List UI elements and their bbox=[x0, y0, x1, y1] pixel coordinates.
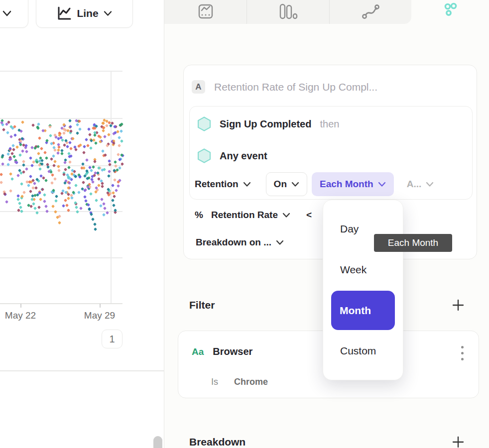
scatter-point bbox=[51, 173, 54, 176]
scatter-point bbox=[10, 177, 14, 180]
scatter-point bbox=[54, 199, 58, 203]
scatter-point bbox=[105, 211, 109, 215]
chevron-down-icon[interactable] bbox=[243, 182, 251, 187]
tab-flow-view[interactable] bbox=[329, 0, 411, 24]
breakdown-title: Breakdown bbox=[189, 436, 245, 448]
scatter-point bbox=[29, 175, 32, 178]
scatter-point bbox=[31, 123, 35, 127]
scatter-point bbox=[74, 175, 77, 178]
scatter-point bbox=[103, 207, 107, 210]
scatter-point bbox=[94, 190, 98, 194]
scatter-point bbox=[37, 206, 41, 209]
scatter-point bbox=[107, 133, 111, 136]
scatter-point bbox=[9, 157, 12, 161]
filter-operator[interactable]: Is bbox=[211, 377, 218, 387]
scatter-flow-icon bbox=[361, 3, 380, 21]
scrollbar-thumb[interactable] bbox=[153, 436, 162, 448]
scatter-point bbox=[103, 135, 107, 138]
tab-retention-view-active[interactable] bbox=[411, 0, 489, 24]
menu-item-custom[interactable]: Custom bbox=[340, 345, 376, 357]
scatter-point bbox=[93, 160, 97, 163]
event-step-row[interactable]: Sign Up Completed then bbox=[197, 116, 339, 131]
scatter-point bbox=[55, 195, 58, 198]
scatter-point bbox=[33, 182, 36, 185]
scatter-point bbox=[25, 167, 28, 171]
scatter-point bbox=[68, 141, 72, 144]
scatter-point bbox=[19, 206, 22, 209]
extra-dropdown[interactable]: A... bbox=[407, 179, 434, 190]
chart-card-bottom-border bbox=[0, 370, 164, 371]
operator-text[interactable]: < bbox=[306, 210, 312, 221]
scatter-point bbox=[62, 131, 66, 135]
query-title[interactable]: Retention Rate of Sign Up Compl... bbox=[214, 81, 377, 93]
scatter-point bbox=[107, 174, 110, 177]
kebab-menu-icon[interactable] bbox=[461, 346, 464, 360]
event-step-row[interactable]: Any event bbox=[197, 148, 267, 163]
scatter-point bbox=[39, 198, 42, 201]
filter-value[interactable]: Chrome bbox=[234, 377, 268, 387]
on-dropdown[interactable]: On bbox=[266, 172, 307, 196]
scatter-point bbox=[60, 149, 64, 152]
scatter-point bbox=[53, 160, 56, 163]
metric-dropdown[interactable]: Retention bbox=[195, 179, 239, 190]
scatter-point bbox=[5, 200, 8, 204]
scatter-point bbox=[100, 198, 104, 201]
event-name[interactable]: Any event bbox=[220, 150, 267, 162]
app-window: Line May 22 May 29 1 bbox=[0, 0, 489, 448]
line-chart-frame-icon bbox=[196, 3, 215, 21]
scatter-point bbox=[29, 190, 32, 193]
filter-property-name[interactable]: Browser bbox=[213, 346, 252, 357]
scatter-point bbox=[54, 210, 57, 214]
add-breakdown-icon[interactable] bbox=[452, 436, 464, 448]
bar-chart-icon bbox=[278, 3, 298, 21]
x-axis-tick-label: May 29 bbox=[77, 310, 122, 321]
scatter-point bbox=[87, 127, 90, 131]
scatter-point bbox=[9, 172, 12, 176]
menu-item-week[interactable]: Week bbox=[340, 264, 367, 276]
scatter-point bbox=[57, 169, 61, 172]
v-gridline bbox=[111, 71, 112, 304]
chevron-down-icon bbox=[426, 182, 434, 187]
menu-item-day[interactable]: Day bbox=[340, 223, 359, 235]
dots-cluster-icon bbox=[441, 1, 459, 18]
scatter-point bbox=[21, 120, 24, 124]
rate-dropdown[interactable]: Retention Rate bbox=[211, 210, 278, 221]
scatter-point bbox=[18, 202, 21, 205]
scatter-point bbox=[18, 153, 22, 157]
scatter-point bbox=[115, 189, 118, 192]
scatter-point bbox=[114, 160, 117, 164]
tab-chart-view[interactable] bbox=[164, 0, 246, 24]
scatter-point bbox=[15, 145, 19, 149]
scatter-point bbox=[19, 143, 22, 146]
scatter-point bbox=[94, 141, 98, 145]
scatter-point bbox=[85, 158, 89, 162]
scatter-point bbox=[13, 124, 16, 128]
scatter-point bbox=[63, 181, 67, 185]
menu-item-month-selected[interactable]: Month bbox=[331, 291, 395, 330]
scatter-point bbox=[44, 179, 48, 182]
h-gridline bbox=[0, 165, 122, 166]
event-steps-card: Sign Up Completed then Any event Retenti… bbox=[189, 106, 473, 200]
scatter-point bbox=[43, 151, 47, 154]
scatter-point bbox=[89, 146, 93, 150]
chevron-down-icon[interactable] bbox=[282, 213, 290, 218]
scatter-point bbox=[30, 164, 34, 167]
add-filter-icon[interactable] bbox=[452, 299, 464, 311]
scatter-point bbox=[11, 144, 15, 147]
tab-bar-view[interactable] bbox=[246, 0, 329, 24]
scatter-point bbox=[35, 211, 39, 215]
scatter-point bbox=[9, 135, 13, 138]
chart-pane: Line May 22 May 29 1 bbox=[0, 0, 164, 448]
breakdown-on-row[interactable]: Breakdown on ... bbox=[196, 237, 284, 248]
scatter-point bbox=[56, 151, 60, 155]
scatter-point bbox=[21, 149, 24, 153]
scatter-point bbox=[43, 193, 46, 197]
interval-dropdown[interactable]: Each Month bbox=[312, 172, 394, 196]
series-label-badge: A bbox=[192, 80, 205, 94]
scatter-point bbox=[112, 204, 116, 207]
scatter-point bbox=[19, 210, 23, 213]
scatter-point bbox=[53, 177, 57, 181]
pagination-badge[interactable]: 1 bbox=[102, 330, 122, 348]
scatter-point bbox=[63, 161, 67, 164]
event-name[interactable]: Sign Up Completed bbox=[220, 118, 311, 130]
